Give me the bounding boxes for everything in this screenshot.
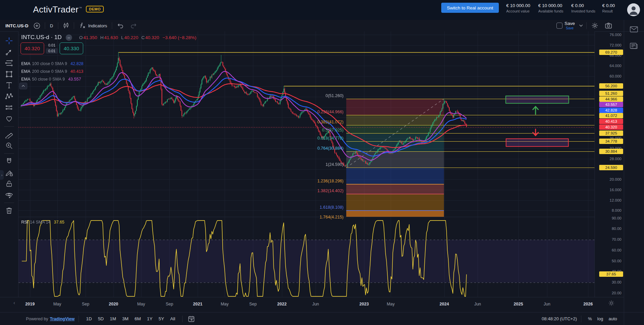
spread-indicator: 0.01 0.01	[44, 43, 60, 54]
price-badge-40.320: 40.320	[599, 124, 623, 130]
price-axis-label: 8.000	[612, 208, 621, 212]
settings-button[interactable]	[588, 20, 602, 31]
chart-select-checkbox[interactable]	[556, 23, 562, 29]
crosshair-tool[interactable]	[4, 36, 14, 46]
compare-add-button[interactable]	[30, 20, 43, 31]
price-axis-label: 60.000	[610, 74, 621, 78]
go-to-date-button[interactable]	[187, 313, 196, 325]
time-axis-label: 2026	[583, 302, 593, 306]
ema-legend-row[interactable]: EMA50 close 0 SMA 943.557	[21, 75, 84, 83]
go-to-date-icon	[188, 316, 195, 322]
chart-area: INTC.US-d · 1D – O41.350 H41.630 L40.220…	[19, 31, 594, 297]
high-value: 41.630	[104, 35, 118, 40]
price-axis-label: 12.000	[610, 198, 621, 202]
price-badge-42.828: 42.828	[599, 108, 623, 113]
expand-legend-button[interactable]	[19, 83, 27, 89]
log-scale-button[interactable]: log	[594, 315, 606, 323]
rsi-axis-label: 20.00	[612, 291, 621, 295]
fib-retracement-tool[interactable]	[4, 58, 14, 68]
price-badge-24.590: 24.590	[599, 165, 623, 170]
time-axis-label: Sep	[249, 302, 257, 306]
price-axis[interactable]: 76.00072.00068.00064.00060.00036.00032.0…	[594, 31, 624, 297]
rsi-chart-canvas[interactable]	[19, 217, 594, 297]
time-axis-label: Sep	[82, 302, 89, 306]
ema-params: 100 close 0 SMA 9	[32, 61, 67, 66]
change-value: −3.640 (−8.28%)	[163, 35, 197, 40]
shapes-tool[interactable]	[4, 69, 14, 79]
price-chart-canvas[interactable]	[19, 31, 594, 217]
lock-all-icon	[5, 180, 13, 188]
text-tool[interactable]	[4, 81, 14, 90]
magnet-tool[interactable]	[4, 157, 14, 166]
chart-style-button[interactable]	[60, 20, 72, 31]
range-button-1M[interactable]: 1M	[107, 315, 119, 323]
range-button-3M[interactable]: 3M	[119, 315, 132, 323]
sun-icon	[608, 300, 614, 306]
drawing-lock-icon	[5, 169, 13, 177]
time-axis-label: Jun	[544, 302, 550, 306]
time-axis-label: May	[221, 302, 229, 306]
xabcd-pattern-tool[interactable]	[4, 92, 14, 101]
ruler-icon	[5, 130, 13, 139]
lock-all-tool[interactable]	[4, 179, 14, 188]
range-button-5Y[interactable]: 5Y	[156, 315, 167, 323]
remove-all-icon	[5, 207, 13, 215]
undo-button[interactable]	[114, 20, 127, 31]
toolbar-separator	[45, 22, 45, 29]
watchlist-expander[interactable]: ›	[0, 170, 4, 180]
price-badge-40.413: 40.413	[599, 119, 623, 124]
range-button-1Y[interactable]: 1Y	[144, 315, 156, 323]
screenshot-button[interactable]	[602, 20, 615, 31]
percent-scale-button[interactable]: %	[585, 315, 595, 323]
range-button-1D[interactable]: 1D	[83, 315, 95, 323]
news-button[interactable]	[630, 42, 638, 50]
tools-separator	[4, 203, 14, 203]
text-icon	[5, 81, 13, 89]
trend-line-tool[interactable]	[4, 47, 14, 57]
price-badge-34.778: 34.778	[599, 139, 623, 144]
ema-legend-row[interactable]: EMA100 close 0 SMA 942.828	[21, 60, 84, 67]
interval-button[interactable]: D	[46, 20, 56, 31]
buy-ask-button[interactable]: 40.330	[60, 42, 83, 54]
ema-value: 42.828	[70, 61, 83, 66]
axis-collapse-handle[interactable]: ‹	[13, 300, 15, 305]
forecast-tool[interactable]	[4, 103, 14, 112]
session-clock[interactable]: 08:48:20 (UTC+2)	[542, 316, 577, 321]
save-button[interactable]: Save Save	[565, 21, 575, 30]
tradingview-link[interactable]: TradingView	[50, 317, 74, 321]
ema-name: EMA	[21, 69, 30, 74]
switch-to-real-button[interactable]: Switch to Real account	[441, 3, 499, 13]
remove-all-tool[interactable]	[4, 206, 14, 215]
rsi-axis-label: 70.00	[612, 237, 621, 241]
chevron-up-icon	[22, 85, 25, 87]
ema-legend-row[interactable]: EMA200 close 0 SMA 940.413	[21, 67, 84, 75]
toolbar-separator	[586, 22, 587, 29]
symbol-button[interactable]: INTC.US-D	[5, 23, 28, 28]
auto-scale-button[interactable]: auto	[606, 315, 620, 323]
emoji-tool[interactable]	[4, 114, 14, 123]
rsi-axis-label: 50.00	[612, 259, 621, 263]
time-axis[interactable]: ‹ 2019MaySep2020MaySep2021MaySep2022Jun2…	[0, 297, 624, 313]
hide-all-tool[interactable]	[4, 190, 14, 200]
zoom-in-tool[interactable]	[4, 141, 14, 150]
tools-separator	[4, 153, 14, 154]
avatar[interactable]	[627, 3, 640, 16]
range-button-6M[interactable]: 6M	[131, 315, 144, 323]
theme-toggle-button[interactable]	[608, 300, 614, 306]
collapse-legend-button[interactable]: –	[66, 34, 72, 41]
range-button-All[interactable]: All	[167, 315, 178, 323]
redo-button[interactable]	[127, 20, 140, 31]
mail-button[interactable]	[630, 26, 638, 32]
drawing-lock-tool[interactable]	[4, 168, 14, 177]
rsi-axis-label: 80.00	[612, 227, 621, 231]
ruler-tool[interactable]	[4, 130, 14, 139]
brand-text: ActivTrader	[33, 4, 78, 14]
range-button-5D[interactable]: 5D	[95, 315, 107, 323]
indicators-button[interactable]: Indicators	[75, 20, 110, 31]
stat-label: Account value	[506, 9, 530, 13]
sell-bid-button[interactable]: 40.320	[21, 42, 44, 54]
save-menu-button[interactable]	[577, 20, 585, 31]
pane-divider[interactable]	[19, 217, 594, 217]
user-icon	[627, 3, 640, 16]
spread-bottom: 0.01	[46, 48, 58, 54]
